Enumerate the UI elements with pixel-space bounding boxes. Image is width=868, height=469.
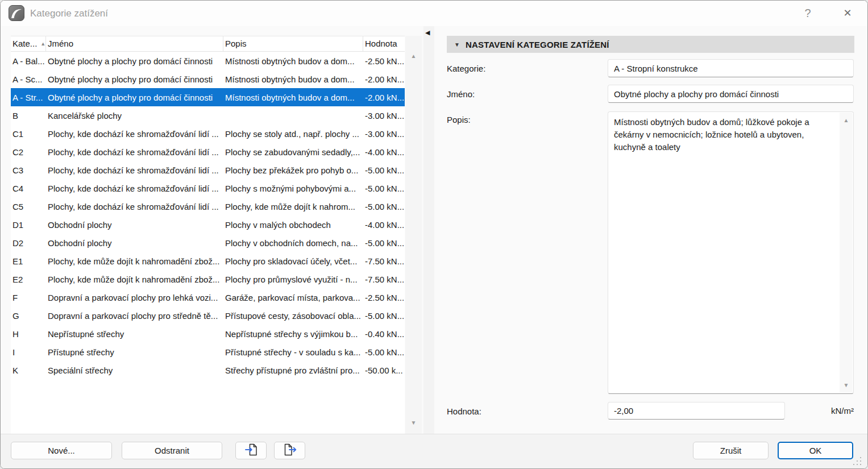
cell-description: Přístupné střechy - v souladu s ka...	[223, 347, 363, 357]
table-row[interactable]: C3 Plochy, kde dochází ke shromažďování …	[11, 161, 405, 179]
table-row[interactable]: A - Str... Obytné plochy a plochy pro do…	[11, 88, 405, 106]
cell-name: Přístupné střechy	[46, 347, 223, 357]
panel-splitter[interactable]: ◀	[423, 26, 434, 434]
app-logo-icon	[9, 5, 24, 21]
cell-category: C4	[11, 184, 46, 193]
table-row[interactable]: E2 Plochy, kde může dojít k nahromadění …	[11, 270, 405, 288]
table-row[interactable]: D1 Obchodní plochy Plochy v malých obcho…	[11, 215, 405, 234]
cell-name: Obchodní plochy	[46, 238, 223, 248]
scroll-up-icon[interactable]: ▲	[840, 117, 853, 123]
cell-value: -4.00 kN...	[363, 147, 405, 157]
value-label: Hodnota:	[447, 406, 481, 416]
table-row[interactable]: F Dopravní a parkovací plochy pro lehká …	[11, 288, 405, 306]
cell-category: E1	[11, 256, 46, 266]
cell-description: Plochy pro skladovací účely, včet...	[223, 256, 363, 266]
cell-category: F	[11, 293, 46, 302]
value-field[interactable]	[608, 402, 785, 420]
settings-section-title: NASTAVENÍ KATEGORIE ZATÍŽENÍ	[466, 40, 609, 49]
settings-section-header[interactable]: ▼ NASTAVENÍ KATEGORIE ZATÍŽENÍ	[447, 36, 854, 53]
cell-category: C3	[11, 165, 46, 175]
cell-name: Plochy, kde dochází ke shromažďování lid…	[46, 202, 223, 211]
cell-description: Plochy s možnými pohybovými a...	[223, 184, 363, 193]
cell-description: Střechy přístupné pro zvláštní pro...	[223, 366, 363, 375]
import-button[interactable]	[235, 442, 267, 459]
table-row[interactable]: G Dopravní a parkovací plochy pro středn…	[11, 306, 405, 325]
description-field[interactable]: Místnosti obytných budov a domů; lůžkové…	[608, 112, 838, 393]
cell-description: Plochy se zabudovanými sedadly,...	[223, 147, 363, 157]
cell-name: Obchodní plochy	[46, 220, 223, 230]
cancel-button[interactable]: Zrušit	[693, 442, 769, 459]
cell-name: Plochy, kde dochází ke shromažďování lid…	[46, 147, 223, 157]
cell-category: K	[11, 366, 46, 375]
name-field[interactable]	[608, 85, 854, 103]
table-row[interactable]: A - Bal... Obytné plochy a plochy pro do…	[11, 52, 405, 70]
category-field[interactable]	[608, 59, 854, 77]
new-button[interactable]: Nové...	[11, 442, 112, 459]
table-row[interactable]: H Nepřístupné střechy Nepřístupné střech…	[11, 325, 405, 343]
help-icon[interactable]: ?	[795, 1, 820, 26]
cell-name: Dopravní a parkovací plochy pro středně …	[46, 311, 223, 321]
export-button[interactable]	[274, 442, 305, 459]
table-row[interactable]: B Kancelářské plochy -3.00 kN...	[11, 106, 405, 124]
screen: Kategorie zatížení ? ✕ Kate...▲ Jméno Po…	[0, 0, 868, 469]
description-scrollbar[interactable]: ▲ ▼	[840, 113, 853, 393]
cell-name: Kancelářské plochy	[46, 111, 223, 121]
scroll-down-icon[interactable]: ▼	[840, 382, 853, 388]
column-header-description[interactable]: Popis	[223, 36, 363, 51]
table-scrollbar[interactable]: ▲ ▼	[405, 36, 422, 434]
table-row[interactable]: C1 Plochy, kde dochází ke shromažďování …	[11, 124, 405, 143]
cell-value: -5.00 kN...	[363, 184, 405, 193]
sort-ascending-icon: ▲	[40, 41, 45, 47]
cell-value: -2.00 kN...	[363, 93, 405, 102]
table-header: Kate...▲ Jméno Popis Hodnota	[11, 36, 405, 52]
description-label: Popis:	[447, 115, 471, 124]
cell-name: Plochy, kde může dojít k nahromadění zbo…	[46, 256, 223, 266]
cell-value: -2.50 kN...	[363, 56, 405, 66]
load-category-table: Kate...▲ Jméno Popis Hodnota A - Bal... …	[11, 36, 405, 434]
table-row[interactable]: E1 Plochy, kde může dojít k nahromadění …	[11, 252, 405, 270]
unit-label: kN/m²	[828, 406, 854, 416]
cell-description: Plochy v malých obchodech	[223, 220, 363, 230]
window-title: Kategorie zatížení	[30, 1, 108, 26]
cell-value: -3.00 kN...	[363, 111, 405, 121]
table-row[interactable]: K Speciální střechy Střechy přístupné pr…	[11, 361, 405, 379]
cell-name: Obytné plochy a plochy pro domácí činnos…	[46, 93, 223, 102]
close-icon[interactable]: ✕	[835, 1, 860, 26]
load-categories-dialog: Kategorie zatížení ? ✕ Kate...▲ Jméno Po…	[0, 0, 868, 469]
cell-category: A - Str...	[11, 93, 46, 102]
table-row[interactable]: C4 Plochy, kde dochází ke shromažďování …	[11, 179, 405, 197]
cell-category: A - Sc...	[11, 74, 46, 84]
table-row[interactable]: I Přístupné střechy Přístupné střechy - …	[11, 343, 405, 361]
cell-name: Plochy, kde dochází ke shromažďování lid…	[46, 165, 223, 175]
table-row[interactable]: C5 Plochy, kde dochází ke shromažďování …	[11, 197, 405, 215]
cell-name: Speciální střechy	[46, 366, 223, 375]
cell-description: Plochy bez překážek pro pohyb o...	[223, 165, 363, 175]
delete-button[interactable]: Odstranit	[122, 442, 222, 459]
cell-category: C5	[11, 202, 46, 211]
resize-grip[interactable]	[853, 457, 862, 466]
chevron-down-icon: ▼	[454, 41, 460, 48]
table-row[interactable]: D2 Obchodní plochy Plochy v obchodních d…	[11, 234, 405, 252]
table-row[interactable]: C2 Plochy, kde dochází ke shromažďování …	[11, 143, 405, 161]
cell-category: E2	[11, 275, 46, 284]
collapse-panel-icon[interactable]: ◀	[425, 29, 430, 36]
category-label: Kategorie:	[447, 64, 485, 73]
cell-category: H	[11, 329, 46, 339]
cell-description: Místnosti obytných budov a dom...	[223, 74, 363, 84]
cell-description: Nepřístupné střechy s výjimkou b...	[223, 329, 363, 339]
column-header-value[interactable]: Hodnota	[363, 36, 405, 51]
scroll-up-icon[interactable]: ▲	[405, 53, 422, 59]
cell-name: Nepřístupné střechy	[46, 329, 223, 339]
column-header-category[interactable]: Kate...▲	[11, 36, 46, 51]
scroll-down-icon[interactable]: ▼	[405, 420, 422, 426]
cell-category: G	[11, 311, 46, 321]
cell-value: -2.00 kN...	[363, 74, 405, 84]
cell-category: A - Bal...	[11, 56, 46, 66]
cell-description: Plochy pro průmyslové využití - n...	[223, 275, 363, 284]
ok-button[interactable]: OK	[778, 442, 853, 459]
column-header-name[interactable]: Jméno	[46, 36, 223, 51]
cell-value: -5.00 kN...	[363, 165, 405, 175]
title-bar[interactable]: Kategorie zatížení ? ✕	[1, 1, 867, 26]
table-row[interactable]: A - Sc... Obytné plochy a plochy pro dom…	[11, 70, 405, 88]
cell-description: Místnosti obytných budov a dom...	[223, 56, 363, 66]
